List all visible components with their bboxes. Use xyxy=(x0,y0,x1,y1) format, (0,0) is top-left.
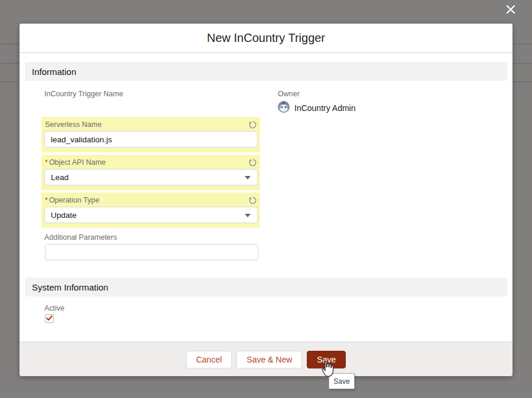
operation-type-select[interactable]: Update xyxy=(44,207,258,223)
object-api-name-select[interactable]: Lead xyxy=(44,169,258,185)
dialog-footer: Cancel Save & New Save xyxy=(20,341,512,376)
section-title: Information xyxy=(32,67,76,77)
required-marker: * xyxy=(45,158,48,167)
section-header-system-information: System Information xyxy=(25,278,507,296)
dialog-header: New InCountry Trigger xyxy=(20,24,512,53)
trigger-name-label: InCountry Trigger Name xyxy=(44,90,123,98)
undo-icon[interactable] xyxy=(248,158,257,167)
owner-value: InCountry Admin xyxy=(294,103,356,113)
serverless-name-label: Serverless Name xyxy=(45,120,257,129)
required-marker: * xyxy=(45,196,48,204)
chevron-down-icon xyxy=(245,176,251,180)
active-label: Active xyxy=(44,304,64,312)
object-api-name-label: *Object API Name xyxy=(45,158,257,167)
operation-type-label: *Operation Type xyxy=(45,196,257,204)
operation-type-label-text: Operation Type xyxy=(49,196,99,204)
owner-value-row: InCountry Admin xyxy=(278,101,356,115)
new-incountry-trigger-dialog: New InCountry Trigger Information InCoun… xyxy=(20,24,512,376)
owner-label: Owner xyxy=(278,90,300,98)
chevron-down-icon xyxy=(245,214,251,217)
undo-icon[interactable] xyxy=(248,195,257,205)
dialog-title: New InCountry Trigger xyxy=(207,31,325,45)
object-api-name-value: Lead xyxy=(51,173,69,182)
tooltip-text: Save xyxy=(333,377,349,386)
checkmark-icon xyxy=(46,314,53,324)
section-header-information: Information xyxy=(25,62,507,81)
section-title: System Information xyxy=(32,282,108,292)
close-modal-button[interactable] xyxy=(502,2,519,18)
object-api-name-field-group: *Object API Name Lead xyxy=(41,155,260,190)
additional-parameters-input[interactable] xyxy=(45,244,258,260)
active-checkbox[interactable] xyxy=(45,314,54,323)
avatar xyxy=(278,101,290,115)
close-icon xyxy=(505,4,517,17)
additional-parameters-label: Additional Parameters xyxy=(44,233,117,242)
undo-icon[interactable] xyxy=(248,120,257,129)
cancel-button[interactable]: Cancel xyxy=(186,351,232,368)
save-button[interactable]: Save xyxy=(307,351,346,368)
save-tooltip: Save xyxy=(329,373,355,389)
serverless-name-field-group: Serverless Name xyxy=(41,117,260,152)
operation-type-field-group: *Operation Type Update xyxy=(41,193,260,228)
object-api-name-label-text: Object API Name xyxy=(49,158,106,167)
save-and-new-button[interactable]: Save & New xyxy=(236,351,302,368)
operation-type-value: Update xyxy=(51,211,77,220)
serverless-name-input[interactable] xyxy=(44,131,258,148)
